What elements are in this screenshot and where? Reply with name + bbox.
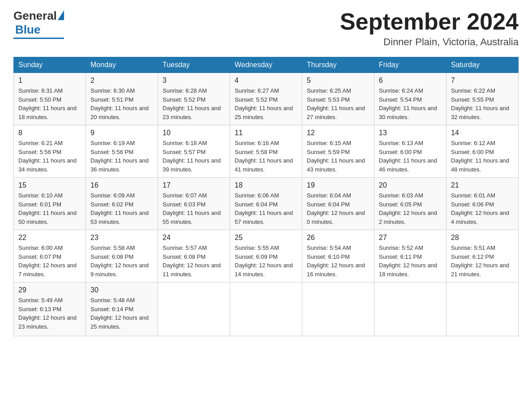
day-number: 19 [307,181,369,189]
calendar-cell: 26 Sunrise: 5:54 AM Sunset: 6:10 PM Dayl… [302,230,374,283]
day-info: Sunrise: 6:09 AM Sunset: 6:02 PM Dayligh… [90,191,153,226]
calendar-cell: 6 Sunrise: 6:24 AM Sunset: 5:54 PM Dayli… [374,73,446,125]
day-info: Sunrise: 6:06 AM Sunset: 6:04 PM Dayligh… [235,191,297,226]
day-info: Sunrise: 5:52 AM Sunset: 6:11 PM Dayligh… [379,244,442,278]
day-info: Sunrise: 6:27 AM Sunset: 5:52 PM Dayligh… [235,86,297,121]
day-info: Sunrise: 6:22 AM Sunset: 5:55 PM Dayligh… [451,86,514,121]
calendar-cell: 12 Sunrise: 6:15 AM Sunset: 5:59 PM Dayl… [302,125,374,178]
day-info: Sunrise: 6:25 AM Sunset: 5:53 PM Dayligh… [307,86,369,121]
calendar-cell: 10 Sunrise: 6:18 AM Sunset: 5:57 PM Dayl… [158,125,230,178]
logo-blue-text: Blue [15,23,40,37]
day-number: 17 [163,181,225,189]
col-friday: Friday [374,57,446,73]
day-number: 5 [307,77,369,85]
day-info: Sunrise: 5:57 AM Sunset: 6:08 PM Dayligh… [163,244,225,278]
col-monday: Monday [86,57,158,73]
calendar-cell [230,283,302,336]
calendar-cell: 22 Sunrise: 6:00 AM Sunset: 6:07 PM Dayl… [14,230,86,283]
page-header: General Blue September 2024 Dinner Plain… [13,9,519,48]
day-number: 21 [451,181,514,189]
day-number: 9 [90,129,153,137]
calendar-cell: 30 Sunrise: 5:48 AM Sunset: 6:14 PM Dayl… [86,283,158,336]
calendar-cell: 3 Sunrise: 6:28 AM Sunset: 5:52 PM Dayli… [158,73,230,125]
header-row: Sunday Monday Tuesday Wednesday Thursday… [14,57,519,73]
day-number: 18 [235,181,297,189]
day-number: 13 [379,129,442,137]
day-number: 3 [163,77,225,85]
day-info: Sunrise: 6:10 AM Sunset: 6:01 PM Dayligh… [18,191,81,226]
day-number: 6 [379,77,442,85]
calendar-cell: 1 Sunrise: 6:31 AM Sunset: 5:50 PM Dayli… [14,73,86,125]
day-info: Sunrise: 6:12 AM Sunset: 6:00 PM Dayligh… [451,139,514,174]
day-info: Sunrise: 6:21 AM Sunset: 5:56 PM Dayligh… [18,139,81,174]
day-info: Sunrise: 6:30 AM Sunset: 5:51 PM Dayligh… [90,86,153,121]
calendar-cell: 20 Sunrise: 6:03 AM Sunset: 6:05 PM Dayl… [374,178,446,230]
day-info: Sunrise: 6:04 AM Sunset: 6:04 PM Dayligh… [307,191,369,226]
day-info: Sunrise: 5:51 AM Sunset: 6:12 PM Dayligh… [451,244,514,278]
day-number: 20 [379,181,442,189]
col-wednesday: Wednesday [230,57,302,73]
day-number: 11 [235,129,297,137]
calendar-cell: 15 Sunrise: 6:10 AM Sunset: 6:01 PM Dayl… [14,178,86,230]
day-info: Sunrise: 6:31 AM Sunset: 5:50 PM Dayligh… [18,86,81,121]
calendar-cell: 17 Sunrise: 6:07 AM Sunset: 6:03 PM Dayl… [158,178,230,230]
calendar-cell: 16 Sunrise: 6:09 AM Sunset: 6:02 PM Dayl… [86,178,158,230]
calendar-cell: 23 Sunrise: 5:58 AM Sunset: 6:08 PM Dayl… [86,230,158,283]
day-number: 23 [90,234,153,242]
day-number: 24 [163,234,225,242]
calendar-cell: 4 Sunrise: 6:27 AM Sunset: 5:52 PM Dayli… [230,73,302,125]
logo-general-text: General [13,9,57,23]
calendar-cell: 9 Sunrise: 6:19 AM Sunset: 5:56 PM Dayli… [86,125,158,178]
col-saturday: Saturday [446,57,519,73]
day-info: Sunrise: 5:49 AM Sunset: 6:13 PM Dayligh… [18,296,81,331]
day-info: Sunrise: 6:16 AM Sunset: 5:58 PM Dayligh… [235,139,297,174]
day-number: 7 [451,77,514,85]
day-number: 30 [90,286,153,294]
day-number: 15 [18,181,81,189]
day-info: Sunrise: 6:13 AM Sunset: 6:00 PM Dayligh… [379,139,442,174]
calendar-cell [374,283,446,336]
col-thursday: Thursday [302,57,374,73]
day-info: Sunrise: 5:48 AM Sunset: 6:14 PM Dayligh… [90,296,153,331]
day-number: 28 [451,234,514,242]
day-info: Sunrise: 6:18 AM Sunset: 5:57 PM Dayligh… [163,139,225,174]
location-text: Dinner Plain, Victoria, Australia [340,36,519,48]
day-number: 8 [18,129,81,137]
calendar-body: 1 Sunrise: 6:31 AM Sunset: 5:50 PM Dayli… [14,73,519,336]
day-number: 12 [307,129,369,137]
calendar-cell: 24 Sunrise: 5:57 AM Sunset: 6:08 PM Dayl… [158,230,230,283]
day-number: 26 [307,234,369,242]
calendar-cell: 25 Sunrise: 5:55 AM Sunset: 6:09 PM Dayl… [230,230,302,283]
col-sunday: Sunday [14,57,86,73]
day-info: Sunrise: 6:01 AM Sunset: 6:06 PM Dayligh… [451,191,514,226]
day-number: 27 [379,234,442,242]
calendar-cell: 14 Sunrise: 6:12 AM Sunset: 6:00 PM Dayl… [446,125,519,178]
day-number: 4 [235,77,297,85]
calendar-cell: 18 Sunrise: 6:06 AM Sunset: 6:04 PM Dayl… [230,178,302,230]
day-info: Sunrise: 5:58 AM Sunset: 6:08 PM Dayligh… [90,244,153,278]
calendar-cell: 5 Sunrise: 6:25 AM Sunset: 5:53 PM Dayli… [302,73,374,125]
calendar-cell [302,283,374,336]
day-number: 22 [18,234,81,242]
calendar-cell: 19 Sunrise: 6:04 AM Sunset: 6:04 PM Dayl… [302,178,374,230]
calendar-cell: 13 Sunrise: 6:13 AM Sunset: 6:00 PM Dayl… [374,125,446,178]
day-info: Sunrise: 6:07 AM Sunset: 6:03 PM Dayligh… [163,191,225,226]
day-info: Sunrise: 6:00 AM Sunset: 6:07 PM Dayligh… [18,244,81,278]
calendar-week-row: 15 Sunrise: 6:10 AM Sunset: 6:01 PM Dayl… [14,178,519,230]
day-info: Sunrise: 6:19 AM Sunset: 5:56 PM Dayligh… [90,139,153,174]
title-area: September 2024 Dinner Plain, Victoria, A… [340,9,519,48]
logo: General Blue [13,9,64,39]
day-number: 2 [90,77,153,85]
day-info: Sunrise: 5:54 AM Sunset: 6:10 PM Dayligh… [307,244,369,278]
calendar-week-row: 1 Sunrise: 6:31 AM Sunset: 5:50 PM Dayli… [14,73,519,125]
calendar-cell: 7 Sunrise: 6:22 AM Sunset: 5:55 PM Dayli… [446,73,519,125]
calendar-cell: 28 Sunrise: 5:51 AM Sunset: 6:12 PM Dayl… [446,230,519,283]
calendar-header: Sunday Monday Tuesday Wednesday Thursday… [14,57,519,73]
calendar-week-row: 22 Sunrise: 6:00 AM Sunset: 6:07 PM Dayl… [14,230,519,283]
day-number: 1 [18,77,81,85]
day-number: 16 [90,181,153,189]
day-info: Sunrise: 6:24 AM Sunset: 5:54 PM Dayligh… [379,86,442,121]
calendar-cell [158,283,230,336]
month-title: September 2024 [340,9,519,34]
col-tuesday: Tuesday [158,57,230,73]
